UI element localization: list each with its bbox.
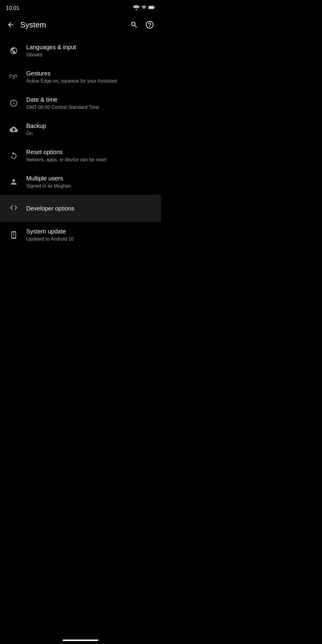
reset-icon (6, 148, 21, 163)
backup-subtitle: On (26, 131, 155, 137)
languages-title: Languages & input (26, 43, 155, 51)
svg-rect-1 (154, 7, 155, 8)
backup-icon (6, 122, 21, 137)
settings-item-multipleusers[interactable]: Multiple users Signed in as Meghan (0, 169, 161, 195)
search-button[interactable] (128, 18, 141, 31)
gestures-subtitle: Active Edge on, squeeze for your Assista… (26, 78, 155, 84)
reset-subtitle: Network, apps, or device can be reset (26, 157, 155, 163)
wifi-icon (133, 5, 140, 11)
help-button[interactable] (143, 18, 156, 31)
multipleusers-subtitle: Signed in as Meghan (26, 183, 155, 189)
datetime-subtitle: GMT-06:00 Central Standard Time (26, 104, 155, 111)
header: System (0, 14, 161, 35)
person-icon (6, 174, 21, 190)
settings-item-backup[interactable]: Backup On (0, 116, 161, 143)
settings-item-gestures[interactable]: Gestures Active Edge on, squeeze for you… (0, 64, 161, 90)
developer-title: Developer options (26, 205, 155, 212)
systemupdate-text: System update Updated to Android 10 (26, 227, 155, 242)
signal-icon (141, 5, 147, 11)
developer-text: Developer options (26, 205, 155, 212)
settings-item-languages[interactable]: Languages & input Gboard (0, 38, 161, 64)
code-icon (6, 201, 21, 216)
settings-item-reset[interactable]: Reset options Network, apps, or device c… (0, 143, 161, 169)
languages-text: Languages & input Gboard (26, 43, 155, 58)
multipleusers-text: Multiple users Signed in as Meghan (26, 174, 155, 189)
datetime-text: Date & time GMT-06:00 Central Standard T… (26, 96, 155, 111)
systemupdate-subtitle: Updated to Android 10 (26, 236, 155, 242)
settings-item-systemupdate[interactable]: System update Updated to Android 10 (0, 222, 161, 248)
battery-icon (148, 5, 155, 11)
gesture-icon (6, 69, 21, 85)
settings-item-datetime[interactable]: Date & time GMT-06:00 Central Standard T… (0, 90, 161, 116)
gestures-text: Gestures Active Edge on, squeeze for you… (26, 69, 155, 84)
settings-item-developer[interactable]: Developer options (0, 195, 161, 222)
svg-point-3 (146, 21, 153, 28)
back-button[interactable] (5, 19, 17, 31)
reset-title: Reset options (26, 148, 155, 156)
backup-text: Backup On (26, 122, 155, 137)
datetime-title: Date & time (26, 96, 155, 103)
page-title: System (20, 20, 128, 30)
status-time: 10:01 (6, 5, 19, 11)
backup-title: Backup (26, 122, 155, 130)
status-bar: 10:01 (0, 0, 161, 14)
settings-list: Languages & input Gboard Gestures Active… (0, 35, 161, 248)
globe-icon (6, 43, 21, 58)
multipleusers-title: Multiple users (26, 174, 155, 182)
header-actions (128, 18, 156, 31)
languages-subtitle: Gboard (26, 52, 155, 58)
systemupdate-icon (6, 227, 21, 243)
svg-rect-2 (149, 6, 153, 8)
reset-text: Reset options Network, apps, or device c… (26, 148, 155, 163)
clock-icon (6, 95, 21, 111)
svg-point-4 (149, 26, 150, 27)
gestures-title: Gestures (26, 69, 155, 77)
systemupdate-title: System update (26, 227, 155, 235)
status-icons (133, 5, 155, 11)
